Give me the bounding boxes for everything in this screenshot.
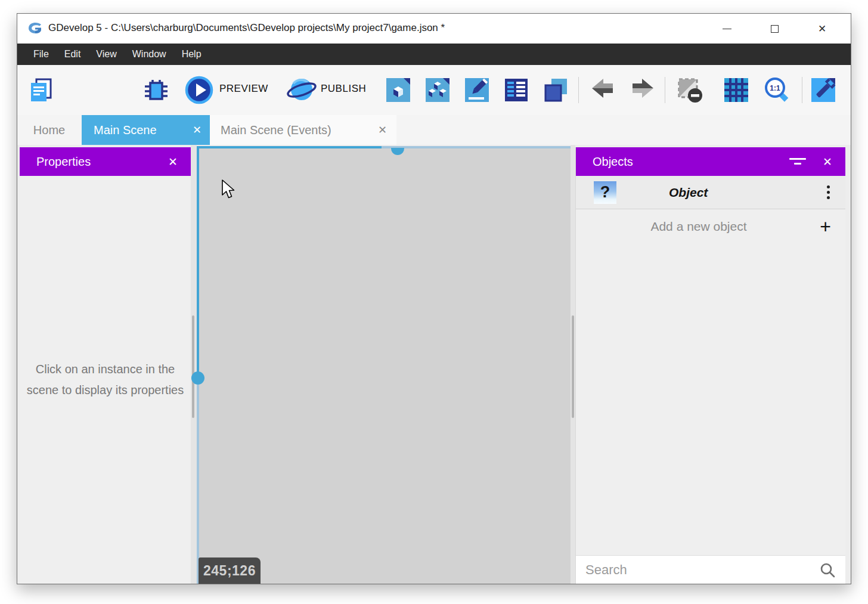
scene-window-top-border-faded (382, 146, 571, 148)
objects-panel-header: Objects ✕ (576, 147, 845, 176)
tab-label: Home (33, 123, 65, 137)
toggle-mask-icon[interactable] (675, 76, 704, 104)
object-list-item[interactable]: ? Object (576, 176, 845, 209)
tab-home[interactable]: Home (27, 115, 72, 145)
menu-window[interactable]: Window (125, 44, 174, 65)
right-splitter[interactable] (571, 145, 575, 584)
add-object-label: Add a new object (576, 219, 845, 234)
zoom-original-icon[interactable]: 1:1 (762, 76, 791, 104)
publish-label[interactable]: PUBLISH (321, 83, 366, 95)
svg-text:1:1: 1:1 (770, 84, 780, 92)
app-window: GDevelop 5 - C:\Users\charburg\Documents… (17, 13, 851, 584)
tab-close-icon[interactable]: ✕ (193, 123, 202, 137)
menu-bar: File Edit View Window Help (17, 44, 851, 65)
objects-empty-area (576, 244, 845, 555)
menu-help[interactable]: Help (174, 44, 209, 65)
menu-edit[interactable]: Edit (57, 44, 89, 65)
redo-icon[interactable] (628, 76, 657, 104)
toolbar-separator (578, 77, 579, 103)
maximize-button[interactable] (751, 14, 798, 44)
edit-object-icon[interactable] (384, 76, 413, 104)
tab-label: Main Scene (Events) (221, 123, 370, 137)
open-settings-icon[interactable] (809, 76, 838, 104)
toggle-grid-icon[interactable] (722, 76, 751, 104)
cursor-coordinates-badge: 245;126 (199, 557, 261, 584)
debug-icon[interactable] (142, 76, 170, 104)
tab-main-scene-events[interactable]: Main Scene (Events) ✕ (210, 115, 396, 145)
tab-bar: Home Main Scene ✕ Main Scene (Events) ✕ (17, 115, 851, 145)
objects-close-icon[interactable]: ✕ (823, 155, 832, 169)
minimize-button[interactable] (703, 14, 751, 44)
project-manager-icon[interactable] (26, 76, 55, 104)
minimize-icon (723, 29, 731, 29)
objects-panel: Objects ✕ ? Object Add a new object + (575, 147, 845, 584)
title-bar: GDevelop 5 - C:\Users\charburg\Documents… (17, 14, 851, 44)
add-object-plus-icon[interactable]: + (820, 217, 831, 236)
scene-window-left-handle[interactable] (191, 371, 204, 385)
edit-object-groups-icon[interactable] (423, 76, 452, 104)
preview-play-icon[interactable] (184, 75, 214, 105)
tab-close-icon[interactable]: ✕ (378, 123, 387, 137)
window-title: GDevelop 5 - C:\Users\charburg\Documents… (48, 22, 445, 34)
left-splitter[interactable] (191, 145, 197, 584)
properties-close-icon[interactable]: ✕ (168, 155, 178, 169)
scene-window-left-border-faded (197, 378, 199, 584)
properties-panel-body: Click on an instance in the scene to dis… (20, 176, 191, 584)
publish-globe-icon[interactable] (286, 75, 317, 106)
edit-scene-properties-icon[interactable] (463, 76, 491, 104)
properties-panel-title: Properties (36, 155, 168, 169)
search-input[interactable] (576, 562, 845, 578)
toolbar: PREVIEW PUBLISH (17, 65, 851, 115)
mouse-cursor-icon (221, 179, 237, 201)
object-name: Object (669, 185, 827, 200)
toolbar-separator (665, 77, 665, 103)
maximize-icon (771, 25, 779, 33)
tab-main-scene[interactable]: Main Scene ✕ (82, 115, 210, 145)
tab-label: Main Scene (94, 123, 184, 137)
properties-panel: Properties ✕ Click on an instance in the… (20, 147, 191, 584)
properties-panel-header: Properties ✕ (20, 147, 191, 176)
filter-icon[interactable] (789, 157, 806, 166)
scene-window-left-border (197, 146, 199, 378)
gdevelop-logo-icon (27, 21, 42, 36)
toolbar-separator (802, 77, 802, 103)
close-button[interactable]: ✕ (798, 14, 846, 44)
menu-view[interactable]: View (88, 44, 124, 65)
close-icon: ✕ (818, 24, 826, 34)
undo-icon[interactable] (588, 76, 617, 104)
scene-window-top-handle[interactable] (391, 148, 404, 155)
scene-canvas[interactable]: 245;126 (197, 146, 571, 584)
object-menu-kebab-icon[interactable] (827, 185, 830, 199)
menu-file[interactable]: File (26, 44, 57, 65)
left-splitter-handle[interactable] (192, 315, 194, 418)
properties-empty-message: Click on an instance in the scene to dis… (27, 359, 184, 401)
objects-search-bar (576, 555, 845, 584)
editor-content: Properties ✕ Click on an instance in the… (17, 145, 851, 584)
add-object-row[interactable]: Add a new object + (576, 209, 845, 244)
object-question-icon: ? (594, 181, 616, 204)
preview-label[interactable]: PREVIEW (219, 83, 268, 95)
objects-panel-title: Objects (593, 155, 789, 169)
instances-list-icon[interactable] (542, 76, 571, 104)
window-controls: ✕ (703, 14, 846, 44)
edit-layers-icon[interactable] (502, 76, 531, 104)
search-icon[interactable] (819, 562, 836, 578)
right-splitter-handle[interactable] (572, 315, 574, 418)
scene-window-top-border (197, 146, 382, 148)
